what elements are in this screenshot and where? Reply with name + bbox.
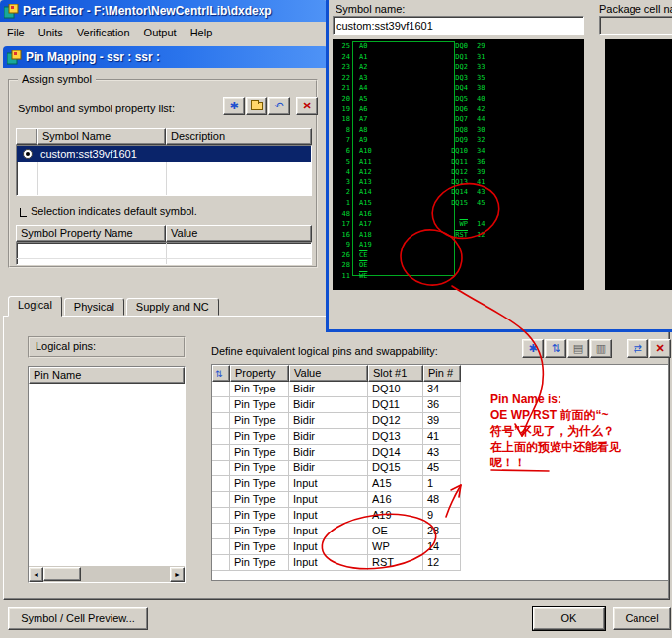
tab[interactable]: Supply and NC [126, 298, 219, 316]
symbol-preview-canvas[interactable]: 25 A0 DQ0 29 24 A1 DQ1 31 [333, 39, 584, 290]
pin-name-column-header[interactable]: Pin Name [29, 367, 185, 384]
main-window-titlebar[interactable]: Part Editor - F:\Mentor\NewCentrlLib\dxd… [0, 0, 328, 22]
property-column-header[interactable]: Property [230, 365, 289, 382]
pin-number-cell: 41 [423, 429, 461, 445]
right-pin-number: 30 [475, 125, 492, 136]
package-preview-canvas[interactable] [605, 39, 672, 290]
copy-icon: ▤ [573, 343, 583, 354]
pin-row-spacer [397, 219, 430, 230]
slot1-cell: A15 [368, 476, 423, 492]
symbol-table-radio-column-header[interactable] [16, 128, 37, 145]
slot1-cell: OE [368, 524, 423, 539]
menu-item[interactable]: Verification [70, 25, 137, 40]
package-cell-combobox[interactable] [599, 16, 672, 35]
slot1-column-header[interactable]: Slot #1 [368, 365, 423, 382]
symbol-pin-row: 19 A6 DQ6 42 [335, 105, 492, 115]
horizontal-scrollbar[interactable]: ◄ ► [29, 566, 185, 582]
equivalent-table-row[interactable]: Pin Type Input OE 28 [212, 524, 668, 539]
open-symbol-button[interactable] [246, 97, 267, 115]
pin-row-spacer [397, 230, 430, 241]
value-column-header[interactable]: Value [289, 365, 368, 382]
pin-number-cell: 36 [423, 397, 461, 413]
pin-row-spacer [397, 41, 430, 52]
swap-pins-icon: ⇅ [551, 343, 560, 354]
undo-button[interactable]: ↶ [268, 97, 290, 115]
scroll-left-button[interactable]: ◄ [29, 567, 43, 582]
default-symbol-radio[interactable] [17, 149, 38, 159]
swap-group-cell [212, 539, 230, 555]
pin-mapping-dialog-titlebar[interactable]: Pin Mapping - ssr : ssr : [3, 46, 328, 68]
left-pin-name: A1 [352, 52, 397, 63]
right-pin-name: DQ15 [430, 198, 475, 209]
symbol-pin-row: 5 A11 DQ11 36 [335, 157, 492, 168]
menu-item[interactable]: Help [184, 25, 220, 40]
left-pin-name: WE [352, 271, 397, 282]
pin-number-column-header[interactable]: Pin # [423, 365, 461, 382]
pin-name-list-body[interactable] [29, 384, 185, 566]
delete-symbol-button[interactable]: ✕ [296, 97, 318, 115]
left-pin-number: 17 [335, 219, 352, 230]
symbol-name-column-header[interactable]: Symbol Name [37, 128, 166, 145]
equivalent-table-row[interactable]: Pin Type Input A15 1 [212, 476, 668, 492]
pin-number-cell: 14 [423, 539, 461, 555]
symbol-cell-preview-button[interactable]: Symbol / Cell Preview... [8, 607, 148, 630]
equivalent-table-row[interactable]: Pin Type Input RST 12 [212, 555, 668, 571]
left-pin-name: OE [352, 260, 397, 271]
right-pin-number: 38 [475, 83, 492, 94]
property-name-column-header[interactable]: Symbol Property Name [16, 225, 166, 242]
right-pin-number [475, 271, 492, 282]
scrollbar-thumb[interactable] [43, 567, 81, 581]
swap-group-cell [212, 508, 230, 524]
left-pin-name: A18 [352, 230, 397, 241]
pin-number-cell: 39 [423, 413, 461, 429]
symbol-table-header: Symbol Name Description [16, 128, 312, 145]
symbol-pin-row: 2 A14 DQ14 43 [335, 187, 492, 198]
value-cell: Bidir [289, 461, 368, 476]
value-cell: Bidir [289, 445, 368, 461]
right-pin-name [430, 240, 475, 250]
copy-button[interactable]: ▤ [567, 339, 589, 358]
pin-number-cell: 9 [423, 508, 461, 524]
symbol-property-table-body[interactable] [16, 242, 312, 265]
property-cell: Pin Type [230, 413, 289, 429]
remove-equivalence-button[interactable]: ✕ [649, 339, 671, 358]
left-pin-number: 4 [335, 167, 352, 177]
paste-button[interactable]: ▥ [590, 339, 612, 358]
swap-pair-button[interactable]: ⇄ [627, 339, 648, 358]
tab[interactable]: Physical [64, 298, 124, 316]
value-cell: Input [289, 492, 368, 508]
swap-pins-button[interactable]: ⇅ [545, 339, 566, 358]
new-symbol-button[interactable]: ✱ [223, 97, 245, 115]
description-column-header[interactable]: Description [166, 128, 312, 145]
symbol-table-row-selected[interactable]: custom:sst39vf1601 [17, 146, 311, 162]
right-pin-name: DQ3 [430, 73, 475, 84]
ok-button[interactable]: OK [533, 607, 605, 630]
right-pin-name: DQ9 [430, 135, 475, 146]
new-symbol-icon: ✱ [229, 101, 238, 111]
menu-item[interactable]: File [0, 25, 32, 40]
left-pin-name: A13 [352, 177, 397, 188]
symbol-pin-row: 9 A19 [335, 240, 492, 250]
left-pin-name: A12 [352, 167, 397, 177]
right-pin-number: 31 [475, 52, 492, 63]
symbol-pin-row: 48 A16 [335, 209, 492, 220]
property-value-column-header[interactable]: Value [166, 225, 312, 242]
slot1-cell: DQ12 [368, 413, 423, 429]
left-pin-number: 20 [335, 94, 352, 105]
cancel-button[interactable]: Cancel [613, 607, 671, 630]
equivalent-table-row[interactable]: Pin Type Input WP 14 [212, 539, 668, 555]
menu-item[interactable]: Output [137, 25, 184, 40]
equivalent-table-row[interactable]: Pin Type Input A16 48 [212, 492, 668, 508]
slot1-cell: A16 [368, 492, 423, 508]
equivalent-table-row[interactable]: Pin Type Input A19 9 [212, 508, 668, 524]
value-cell: Bidir [289, 382, 368, 397]
symbol-pin-row: 21 A4 DQ4 38 [335, 83, 492, 94]
new-equivalence-button[interactable]: ✱ [522, 339, 544, 358]
swap-group-column-header[interactable]: ⇅ [212, 365, 230, 382]
symbol-name-input[interactable] [333, 16, 584, 35]
menu-item[interactable]: Units [32, 25, 70, 40]
value-cell: Input [289, 476, 368, 492]
tab[interactable]: Logical [8, 296, 62, 317]
left-pin-name: A2 [352, 62, 397, 73]
scroll-right-button[interactable]: ► [170, 567, 185, 582]
